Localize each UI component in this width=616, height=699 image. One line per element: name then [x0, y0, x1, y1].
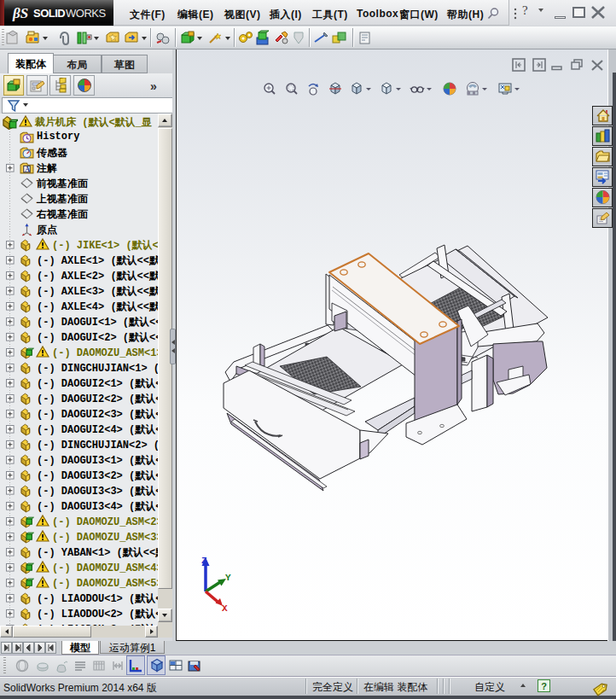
svg-text:A: A [25, 166, 30, 173]
svg-text:X: X [222, 603, 228, 611]
svg-text:Z: Z [201, 556, 207, 566]
svg-text:WORKS: WORKS [66, 7, 106, 20]
svg-text:SOLID: SOLID [33, 7, 65, 20]
svg-text:βS: βS [12, 5, 28, 21]
svg-text:Y: Y [225, 573, 231, 583]
